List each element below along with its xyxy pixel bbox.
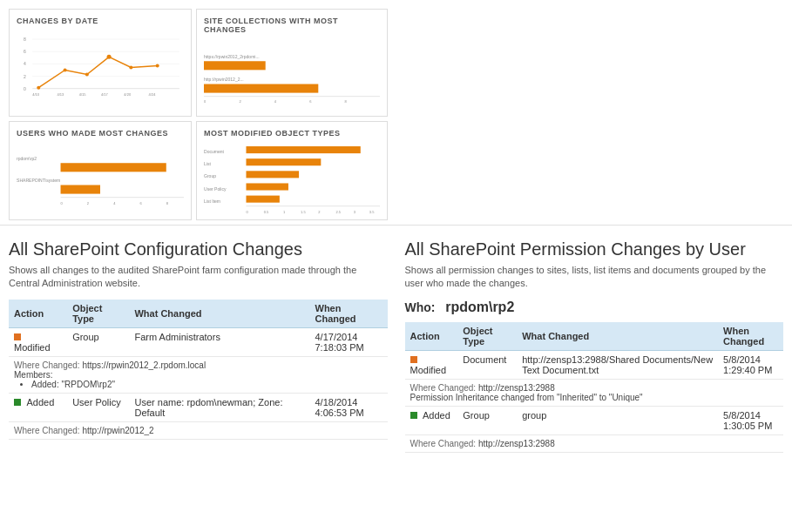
users-svg: rpdom\rp2 SHAREPOINT\system 0 2 4 6 8 bbox=[17, 143, 184, 213]
col-object-type: Object Type bbox=[67, 300, 129, 328]
horizontal-bar-chart: https://rpwin2012_2rpdomi... http://rpwi… bbox=[204, 39, 380, 109]
svg-rect-34 bbox=[61, 163, 166, 172]
svg-text:6: 6 bbox=[139, 201, 142, 205]
svg-text:0.5: 0.5 bbox=[264, 210, 269, 214]
object-type-cell: Group bbox=[457, 406, 517, 434]
detail-row: Where Changed: http://zensp13:2988 bbox=[405, 434, 784, 452]
action-cell: Modified bbox=[9, 327, 67, 356]
list-item: Added: "RPDOM\rp2" bbox=[31, 380, 382, 389]
svg-rect-24 bbox=[204, 61, 266, 70]
svg-point-10 bbox=[37, 86, 40, 90]
where-changed-value: https://rpwin2012_2.rpdom.local bbox=[82, 360, 206, 370]
svg-text:1: 1 bbox=[283, 210, 286, 214]
table-row: Modified Group Farm Administrators 4/17/… bbox=[9, 327, 388, 356]
permission-changes-desc: Shows all permission changes to sites, l… bbox=[405, 264, 784, 291]
action-label: Modified bbox=[14, 342, 51, 353]
svg-rect-50 bbox=[246, 183, 288, 190]
svg-text:2.5: 2.5 bbox=[335, 210, 341, 214]
users-bar-chart: rpdom\rp2 SHAREPOINT\system 0 2 4 6 8 bbox=[17, 143, 184, 212]
col-action: Action bbox=[405, 322, 458, 351]
objects-svg: Document List Group User Policy List Ite… bbox=[204, 143, 380, 222]
where-changed-value: http://zensp13:2988 bbox=[478, 439, 555, 448]
detail-cell: Where Changed: http://zensp13:2988 Permi… bbox=[405, 379, 784, 406]
where-changed-value: http://rpwin2012_2 bbox=[82, 426, 153, 435]
detail-cell: Where Changed: http://zensp13:2988 bbox=[405, 434, 784, 452]
config-changes-title: All SharePoint Configuration Changes bbox=[9, 239, 388, 259]
who-label: Who: bbox=[405, 300, 436, 314]
reports-section: All SharePoint Configuration Changes Sho… bbox=[0, 226, 792, 461]
svg-point-11 bbox=[64, 68, 67, 71]
what-changed-cell: http://zensp13:2988/Shared Documents/New… bbox=[517, 350, 718, 379]
when-changed-cell: 5/8/2014 1:30:05 PM bbox=[718, 406, 783, 434]
members-label: Members: bbox=[14, 370, 52, 380]
site-collections-title: SITE COLLECTIONS WITH MOST CHANGES bbox=[204, 17, 380, 34]
svg-text:List Item: List Item bbox=[204, 199, 220, 204]
svg-text:0: 0 bbox=[246, 210, 248, 214]
svg-text:2: 2 bbox=[24, 74, 26, 79]
action-label: Added bbox=[26, 397, 54, 407]
action-cell: Added bbox=[9, 393, 67, 421]
svg-text:6: 6 bbox=[309, 99, 312, 104]
svg-text:4/13: 4/13 bbox=[57, 92, 64, 97]
svg-text:8: 8 bbox=[166, 201, 169, 205]
config-changes-table: Action Object Type What Changed When Cha… bbox=[9, 300, 388, 440]
svg-text:4: 4 bbox=[24, 61, 26, 66]
svg-point-13 bbox=[107, 55, 112, 59]
col-when-changed: When Changed bbox=[310, 300, 388, 328]
objects-bar-chart: Document List Group User Policy List Ite… bbox=[204, 143, 380, 212]
action-modified-icon bbox=[14, 333, 21, 340]
where-changed-label: Where Changed: bbox=[410, 383, 477, 393]
where-changed-label: Where Changed: bbox=[410, 439, 477, 448]
detail-row: Where Changed: http://rpwin2012_2 bbox=[9, 421, 388, 439]
what-changed-cell: Farm Administrators bbox=[129, 327, 309, 356]
svg-rect-35 bbox=[61, 185, 100, 193]
svg-text:List: List bbox=[204, 161, 211, 166]
svg-rect-47 bbox=[246, 146, 360, 153]
svg-text:User Policy: User Policy bbox=[204, 186, 227, 192]
svg-rect-48 bbox=[246, 158, 321, 165]
svg-text:4/15: 4/15 bbox=[79, 92, 87, 97]
changes-by-date-chart: CHANGES BY DATE 8 6 4 2 0 bbox=[9, 9, 192, 117]
svg-text:2: 2 bbox=[239, 99, 241, 104]
svg-point-12 bbox=[85, 73, 89, 77]
action-modified-icon bbox=[410, 356, 417, 363]
permission-changes-panel: All SharePoint Permission Changes by Use… bbox=[405, 239, 784, 453]
permission-table-header: Action Object Type What Changed When Cha… bbox=[405, 322, 784, 351]
config-table-header: Action Object Type What Changed When Cha… bbox=[9, 300, 388, 328]
permission-changes-table: Action Object Type What Changed When Cha… bbox=[405, 322, 784, 453]
most-modified-chart: MOST MODIFIED OBJECT TYPES Document List… bbox=[196, 121, 388, 220]
table-row: Added Group group 5/8/2014 1:30:05 PM bbox=[405, 406, 784, 434]
svg-text:Document: Document bbox=[204, 149, 225, 154]
table-row: Modified Document http://zensp13:2988/Sh… bbox=[405, 350, 784, 379]
when-changed-cell: 5/8/2014 1:29:40 PM bbox=[718, 350, 783, 379]
col-when-changed: When Changed bbox=[718, 322, 783, 351]
svg-text:http://rpwin2012_2...: http://rpwin2012_2... bbox=[204, 77, 244, 82]
detail-cell: Where Changed: https://rpwin2012_2.rpdom… bbox=[9, 356, 388, 393]
svg-text:2: 2 bbox=[318, 210, 321, 214]
action-cell: Modified bbox=[405, 350, 458, 379]
svg-rect-49 bbox=[246, 171, 299, 178]
object-type-cell: Group bbox=[67, 327, 129, 356]
where-changed-value: http://zensp13:2988 bbox=[478, 383, 555, 393]
svg-text:Group: Group bbox=[204, 173, 216, 178]
col-what-changed: What Changed bbox=[517, 322, 718, 351]
svg-text:4: 4 bbox=[113, 201, 116, 205]
table-row: Added User Policy User name: rpdom\newma… bbox=[9, 393, 388, 421]
svg-text:3: 3 bbox=[354, 210, 356, 214]
svg-text:4/17: 4/17 bbox=[101, 92, 109, 97]
svg-text:0: 0 bbox=[24, 86, 26, 91]
svg-text:4/10: 4/10 bbox=[32, 92, 40, 97]
svg-point-15 bbox=[156, 64, 159, 67]
charts-grid: CHANGES BY DATE 8 6 4 2 0 bbox=[9, 9, 388, 220]
members-list: Added: "RPDOM\rp2" bbox=[14, 380, 382, 389]
svg-text:0: 0 bbox=[204, 99, 206, 104]
config-changes-desc: Shows all changes to the audited SharePo… bbox=[9, 264, 388, 291]
svg-text:0: 0 bbox=[61, 201, 64, 205]
svg-text:rpdom\rp2: rpdom\rp2 bbox=[17, 156, 37, 161]
site-collections-chart: SITE COLLECTIONS WITH MOST CHANGES https… bbox=[196, 9, 388, 117]
action-cell: Added bbox=[405, 406, 458, 434]
config-changes-panel: All SharePoint Configuration Changes Sho… bbox=[9, 239, 388, 453]
svg-text:6: 6 bbox=[24, 49, 26, 54]
svg-text:2: 2 bbox=[87, 201, 90, 205]
svg-text:SHAREPOINT\system: SHAREPOINT\system bbox=[17, 178, 60, 183]
